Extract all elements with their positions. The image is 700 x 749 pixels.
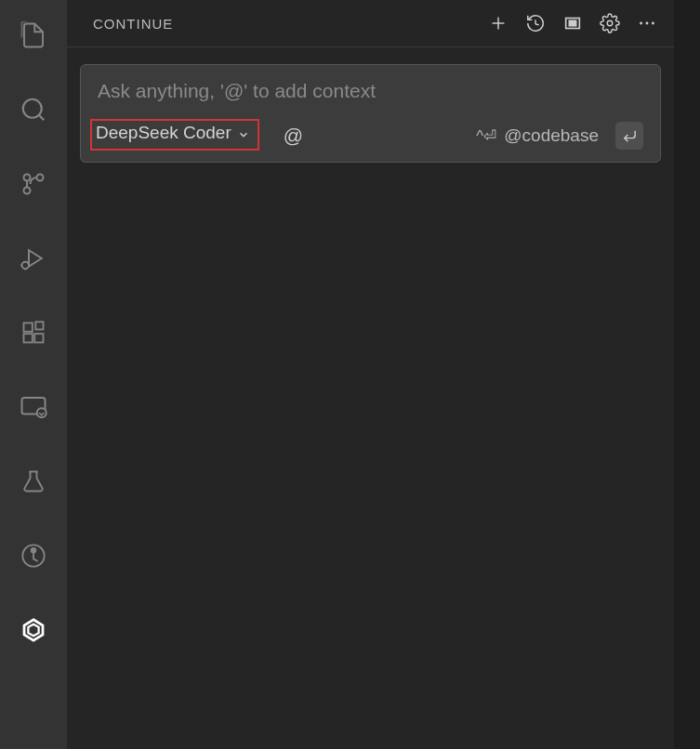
svg-marker-19 xyxy=(24,620,43,641)
model-selector[interactable]: DeepSeek Coder xyxy=(90,119,259,151)
svg-point-2 xyxy=(37,175,44,181)
panel-body: Ask anything, '@' to add context DeepSee… xyxy=(67,47,674,179)
svg-point-29 xyxy=(646,22,649,25)
enter-icon xyxy=(622,128,638,144)
more-icon[interactable] xyxy=(637,13,657,33)
new-chat-icon[interactable] xyxy=(488,13,508,33)
chat-input[interactable]: Ask anything, '@' to add context DeepSee… xyxy=(80,64,661,163)
svg-point-3 xyxy=(24,188,31,194)
codebase-hint: ^⏎ @codebase xyxy=(476,125,599,146)
shortcut-symbol: ^⏎ xyxy=(476,126,496,146)
svg-point-0 xyxy=(23,99,42,118)
svg-rect-26 xyxy=(569,20,575,26)
svg-line-24 xyxy=(535,24,539,25)
chat-toolbar: DeepSeek Coder @ ^⏎ @codebase xyxy=(98,121,643,151)
chat-placeholder: Ask anything, '@' to add context xyxy=(98,80,643,102)
svg-rect-10 xyxy=(24,323,33,332)
codebase-label: @codebase xyxy=(504,125,599,146)
submit-button[interactable] xyxy=(615,122,643,150)
svg-rect-11 xyxy=(24,334,33,342)
history-icon[interactable] xyxy=(525,13,546,33)
chevron-down-icon xyxy=(237,128,250,141)
testing-icon[interactable] xyxy=(17,465,50,498)
svg-rect-13 xyxy=(35,322,43,329)
continue-panel: CONTINUE xyxy=(67,0,674,749)
remote-explorer-icon[interactable] xyxy=(17,390,50,424)
at-context-button[interactable]: @ xyxy=(284,125,303,147)
svg-point-28 xyxy=(640,22,642,25)
search-icon[interactable] xyxy=(17,93,50,126)
model-name: DeepSeek Coder xyxy=(96,123,231,143)
activity-bar xyxy=(0,0,67,749)
header-actions xyxy=(488,13,657,33)
panel-title: CONTINUE xyxy=(93,16,173,32)
fullscreen-icon[interactable] xyxy=(562,13,583,33)
svg-point-4 xyxy=(24,175,31,181)
svg-point-30 xyxy=(652,22,654,25)
right-strip xyxy=(674,0,700,749)
svg-marker-20 xyxy=(28,624,38,637)
svg-point-18 xyxy=(32,548,36,553)
svg-point-27 xyxy=(607,20,613,26)
gear-icon[interactable] xyxy=(600,13,620,33)
panel-header: CONTINUE xyxy=(67,0,674,47)
continue-icon[interactable] xyxy=(17,613,50,647)
extensions-icon[interactable] xyxy=(17,316,50,349)
svg-line-1 xyxy=(39,115,44,120)
timeline-icon[interactable] xyxy=(17,539,50,572)
explorer-icon[interactable] xyxy=(17,19,50,52)
run-debug-icon[interactable] xyxy=(17,242,50,275)
source-control-icon[interactable] xyxy=(17,167,50,201)
svg-marker-5 xyxy=(29,250,42,267)
svg-point-6 xyxy=(22,262,30,269)
svg-rect-12 xyxy=(34,334,43,342)
